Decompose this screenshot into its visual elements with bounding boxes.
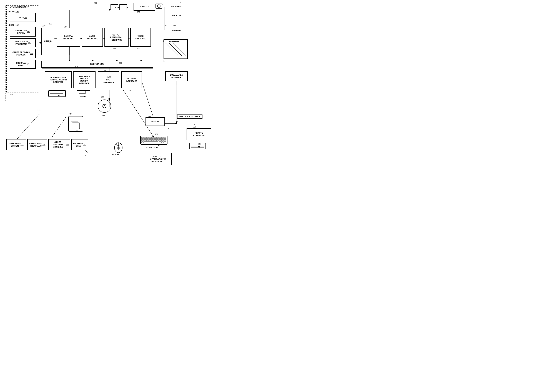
camera-label-box: CAMERA bbox=[134, 3, 155, 11]
rom-label: (ROM) 131 bbox=[9, 10, 19, 12]
output-peripheral-box: OUTPUTPERIPHERALINTERFACE bbox=[104, 28, 129, 47]
ref-172: 172 bbox=[148, 116, 151, 118]
os-bottom-box: OPERATINGSYSTEM144 bbox=[6, 139, 26, 150]
svg-rect-79 bbox=[71, 116, 78, 121]
printer-box: PRINTER bbox=[166, 26, 187, 35]
ref-195: 195 bbox=[119, 62, 122, 64]
keyboard-label: KEYBOARD bbox=[146, 147, 158, 149]
svg-text:MONITOR: MONITOR bbox=[169, 40, 179, 43]
app-programs-bottom-box: APPLICATIONPROGRAMS145 bbox=[27, 139, 47, 150]
svg-rect-88 bbox=[157, 137, 158, 139]
svg-point-61 bbox=[158, 5, 160, 8]
svg-rect-78 bbox=[69, 116, 83, 132]
svg-rect-103 bbox=[144, 142, 158, 143]
video-interface-box: VIDEOINTERFACE bbox=[130, 28, 151, 47]
network-interface-box: NETWORKINTERFACE bbox=[121, 71, 142, 88]
svg-rect-87 bbox=[154, 137, 156, 139]
svg-rect-110 bbox=[190, 143, 206, 149]
lan-box: LOCAL AREANETWORK bbox=[165, 71, 188, 81]
ref-155: 155 bbox=[101, 96, 104, 98]
ref-161: 161 bbox=[117, 147, 120, 149]
ref-196: 196 bbox=[173, 25, 176, 27]
ref-130: 130 bbox=[43, 25, 46, 27]
svg-rect-96 bbox=[152, 140, 153, 141]
svg-rect-97 bbox=[154, 140, 156, 141]
ram-label: (RAM) 132 bbox=[9, 24, 19, 26]
svg-marker-62 bbox=[162, 4, 163, 8]
svg-rect-86 bbox=[152, 137, 153, 139]
svg-rect-98 bbox=[157, 140, 158, 141]
svg-rect-72 bbox=[77, 90, 90, 97]
svg-rect-24 bbox=[120, 4, 127, 10]
svg-rect-93 bbox=[144, 140, 146, 141]
svg-rect-80 bbox=[72, 123, 80, 129]
cd-icon bbox=[98, 99, 111, 113]
ref-121: 121 bbox=[75, 66, 78, 68]
svg-rect-92 bbox=[142, 140, 143, 141]
ref-162: 162 bbox=[155, 134, 158, 135]
svg-point-76 bbox=[103, 104, 106, 108]
ref-190: 190 bbox=[137, 48, 140, 50]
ref-141: 141 bbox=[37, 109, 40, 111]
program-data-box: PROGRAMDATA 137 bbox=[10, 60, 36, 69]
ref-199: 199 bbox=[113, 48, 116, 50]
svg-rect-23 bbox=[111, 4, 118, 10]
mouse-label: MOUSE bbox=[112, 153, 119, 156]
camera-interface-box: CAMERAINTERFACE bbox=[57, 28, 80, 47]
non-removable-box: NON-REMOVABLENON-VOL. MEMORYINTERFACE bbox=[45, 71, 72, 88]
ref-100: 100 bbox=[85, 155, 88, 157]
audio-interface-box: AUDIOINTERFACE bbox=[82, 28, 103, 47]
floppy-icon bbox=[76, 90, 91, 98]
user-input-box: USERINPUTINTERFACE bbox=[98, 71, 119, 88]
bios-box: BIOS133 bbox=[10, 13, 36, 22]
ref-181: 181 bbox=[198, 143, 201, 145]
ref-120: 120 bbox=[49, 23, 52, 25]
mic-array-box: MIC ARRAY bbox=[166, 3, 187, 10]
ref-171: 171 bbox=[173, 71, 176, 72]
other-modules-bottom-box: OTHER PROGRAMMODULES146 bbox=[48, 139, 70, 150]
svg-rect-95 bbox=[149, 140, 151, 141]
diagram: SYSTEM MEMORY (ROM) 131 BIOS133 (RAM) 13… bbox=[0, 0, 280, 196]
svg-line-51 bbox=[123, 90, 154, 137]
hdd-icon bbox=[48, 90, 66, 98]
other-modules-box: OTHER PROGRAMMODULES 136 bbox=[10, 49, 36, 58]
svg-point-77 bbox=[104, 105, 105, 107]
svg-rect-73 bbox=[79, 90, 85, 94]
ref-152: 152 bbox=[75, 130, 78, 132]
svg-rect-83 bbox=[144, 137, 146, 139]
ref-173: 173 bbox=[166, 127, 169, 129]
ref-194: 194 bbox=[64, 26, 67, 28]
svg-rect-99 bbox=[159, 140, 161, 141]
os-box: OPERATINGSYSTEM134 bbox=[10, 27, 36, 36]
remote-computer-box: REMOTECOMPUTER bbox=[186, 128, 211, 140]
mouse-icon bbox=[114, 141, 123, 153]
svg-line-55 bbox=[16, 114, 39, 140]
svg-rect-106 bbox=[164, 142, 166, 143]
modem-box: MODEM bbox=[146, 117, 165, 126]
program-data-bottom-box: PROGRAMDATA147 bbox=[71, 139, 88, 150]
ref-198: 198 bbox=[178, 2, 182, 4]
ref-156: 156 bbox=[102, 115, 105, 117]
camera-icon bbox=[155, 2, 163, 10]
svg-line-56 bbox=[50, 117, 66, 140]
ref-192: 192 bbox=[137, 11, 140, 13]
svg-rect-74 bbox=[80, 94, 86, 97]
ref-191: 191 bbox=[162, 60, 166, 62]
removable-nonvol-box: REMOVABLENON-VOL.MEMORYINTERFACE bbox=[73, 71, 95, 88]
svg-rect-85 bbox=[149, 137, 151, 139]
ref-110: 110 bbox=[10, 94, 13, 96]
app-programs-box: APPLICATIONPROGRAMS 135 bbox=[10, 38, 36, 47]
svg-rect-82 bbox=[142, 137, 143, 139]
svg-rect-100 bbox=[162, 140, 163, 141]
svg-rect-84 bbox=[147, 137, 148, 139]
svg-rect-105 bbox=[162, 142, 163, 143]
svg-point-28 bbox=[118, 7, 119, 8]
svg-rect-90 bbox=[162, 137, 163, 139]
svg-rect-94 bbox=[147, 140, 148, 141]
svg-rect-91 bbox=[164, 137, 166, 139]
svg-rect-89 bbox=[159, 137, 161, 139]
keyboard-icon bbox=[140, 135, 168, 145]
monitor-box: MONITOR bbox=[164, 39, 188, 59]
system-bus-box: SYSTEM BUS bbox=[41, 61, 153, 68]
svg-rect-60 bbox=[156, 4, 162, 8]
